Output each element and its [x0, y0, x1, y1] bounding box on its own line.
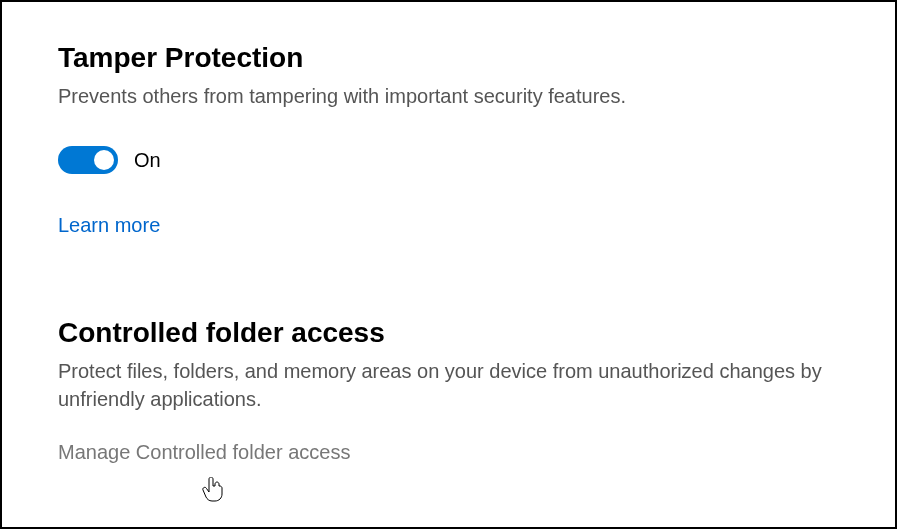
- toggle-knob: [94, 150, 114, 170]
- controlled-folder-access-title: Controlled folder access: [58, 317, 839, 349]
- tamper-protection-toggle-label: On: [134, 149, 161, 172]
- tamper-protection-title: Tamper Protection: [58, 42, 839, 74]
- tamper-protection-description: Prevents others from tampering with impo…: [58, 82, 839, 110]
- tamper-protection-toggle-row: On: [58, 146, 839, 174]
- manage-controlled-folder-access-link[interactable]: Manage Controlled folder access: [58, 441, 350, 464]
- cursor-hand-icon: [202, 477, 224, 503]
- controlled-folder-access-description: Protect files, folders, and memory areas…: [58, 357, 839, 413]
- learn-more-link[interactable]: Learn more: [58, 214, 160, 237]
- tamper-protection-toggle[interactable]: [58, 146, 118, 174]
- tamper-protection-section: Tamper Protection Prevents others from t…: [58, 42, 839, 237]
- controlled-folder-access-section: Controlled folder access Protect files, …: [58, 317, 839, 464]
